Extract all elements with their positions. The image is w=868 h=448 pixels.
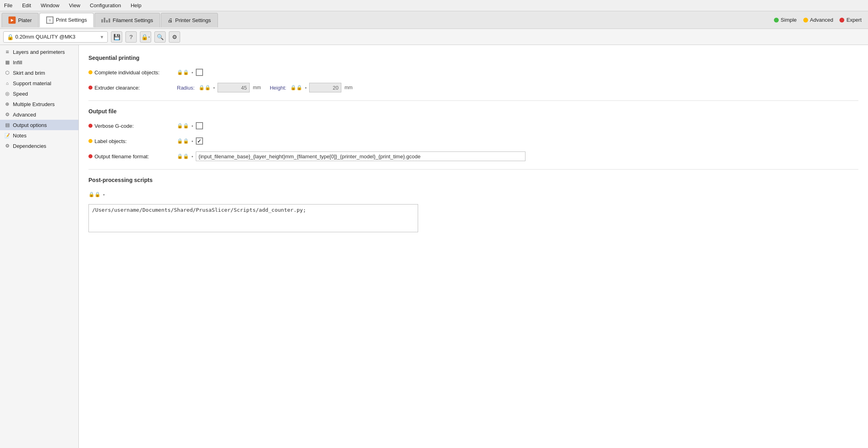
tab-printer-settings[interactable]: Printer Settings [161,13,218,27]
lock-bullet: ● [148,35,150,38]
menu-bar: File Edit Window View Configuration Help [0,0,868,11]
plater-icon [8,16,16,24]
sidebar-label-skirt-and-brim: Skirt and brim [13,70,45,76]
verbose-gcode-lock: 🔒 [177,123,189,129]
search-button[interactable]: 🔍 [154,31,166,43]
tab-print-settings[interactable]: Print Settings [39,13,94,27]
radius-input[interactable] [218,83,250,92]
label-objects-checkbox[interactable] [196,137,203,145]
tab-bar: Plater Print Settings Filament Settings … [0,11,868,29]
tab-printer-settings-label: Printer Settings [175,17,211,23]
complete-individual-objects-dot [88,70,92,74]
mode-expert-label: Expert [846,17,862,23]
sidebar-label-dependencies: Dependencies [13,143,46,149]
mode-simple[interactable]: Simple [774,17,797,23]
output-filename-lock: 🔒 [177,153,189,159]
toolbar: 🔒 0.20mm QUALITY @MK3 ▼ 💾 ? 🔒 ● 🔍 ⚙ [0,29,868,45]
height-input[interactable] [309,83,341,92]
complete-individual-objects-controls: 🔒 ● [177,69,203,76]
radius-label: Radius: [177,85,195,91]
lock-button[interactable]: 🔒 ● [140,31,151,43]
verbose-gcode-controls: 🔒 ● [177,122,203,129]
output-filename-controls: 🔒 ● [177,151,525,161]
menu-view[interactable]: View [67,2,83,9]
sidebar-item-dependencies[interactable]: Dependencies [0,141,78,151]
tab-filament-settings[interactable]: Filament Settings [94,13,160,27]
sidebar-label-layers-and-perimeters: Layers and perimeters [13,49,65,55]
sidebar-item-advanced[interactable]: Advanced [0,109,78,120]
verbose-gcode-dot [88,124,92,128]
mode-advanced[interactable]: Advanced [803,17,833,23]
label-objects-bullet: ● [191,139,193,143]
post-processing-lock: 🔒 [88,192,101,197]
preset-lock-icon: 🔒 [7,34,14,40]
preset-value: 0.20mm QUALITY @MK3 [15,34,76,40]
menu-help[interactable]: Help [128,2,144,9]
sidebar-label-multiple-extruders: Multiple Extruders [13,101,55,107]
search-icon: 🔍 [157,34,164,40]
help-button[interactable]: ? [125,31,137,43]
output-filename-input[interactable] [196,151,525,161]
sidebar: Layers and perimeters Infill Skirt and b… [0,45,79,448]
verbose-gcode-label: Verbose G-code: [88,123,177,129]
height-label: Height: [270,85,286,91]
sidebar-item-infill[interactable]: Infill [0,57,78,68]
mode-expert[interactable]: Expert [839,17,862,23]
extruder-clearance-text: Extruder clearance: [94,85,140,91]
sidebar-item-skirt-and-brim[interactable]: Skirt and brim [0,68,78,78]
label-objects-lock: 🔒 [177,138,189,144]
complete-individual-objects-bullet: ● [191,71,193,74]
sidebar-item-multiple-extruders[interactable]: Multiple Extruders [0,99,78,109]
menu-edit[interactable]: Edit [20,2,33,9]
label-objects-row: Label objects: 🔒 ● [88,135,858,147]
output-filename-bullet: ● [191,155,193,158]
output-file-title: Output file [88,108,858,115]
complete-individual-objects-label: Complete individual objects: [88,70,177,76]
sidebar-label-support-material: Support material [13,80,51,86]
radius-lock: 🔒 [199,85,211,90]
divider-2 [88,169,858,170]
sidebar-item-notes[interactable]: Notes [0,130,78,141]
expert-dot [839,18,844,23]
tab-plater[interactable]: Plater [2,13,39,27]
verbose-gcode-checkbox[interactable] [196,122,203,129]
extruder-clearance-label: Extruder clearance: [88,85,177,91]
post-processing-lock-row: 🔒 ● [88,189,858,200]
menu-file[interactable]: File [2,2,15,9]
save-button[interactable]: 💾 [111,31,122,43]
layers-icon [4,49,10,55]
tab-filament-settings-label: Filament Settings [113,17,153,23]
print-settings-icon [46,16,53,24]
verbose-gcode-text: Verbose G-code: [94,123,134,129]
output-filename-text: Output filename format: [94,153,149,160]
save-icon: 💾 [113,34,120,40]
menu-window[interactable]: Window [38,2,62,9]
verbose-gcode-row: Verbose G-code: 🔒 ● [88,120,858,131]
sidebar-item-speed[interactable]: Speed [0,88,78,99]
complete-individual-objects-text: Complete individual objects: [94,70,160,76]
menu-configuration[interactable]: Configuration [88,2,123,9]
preset-selector[interactable]: 🔒 0.20mm QUALITY @MK3 ▼ [3,31,108,43]
sidebar-label-output-options: Output options [13,122,47,128]
sidebar-label-speed: Speed [13,91,28,97]
extruder-clearance-row: Extruder clearance: Radius: 🔒 ● mm Heigh… [88,82,858,93]
content-area: Sequential printing Complete individual … [79,45,868,448]
sidebar-item-layers-and-perimeters[interactable]: Layers and perimeters [0,47,78,57]
label-objects-text: Label objects: [94,138,127,144]
main-layout: Layers and perimeters Infill Skirt and b… [0,45,868,448]
help-icon: ? [129,33,133,40]
sidebar-item-output-options[interactable]: Output options [0,120,78,130]
complete-individual-objects-checkbox[interactable] [196,69,203,76]
radius-unit: mm [253,85,261,90]
post-processing-lock-controls: 🔒 ● [88,192,105,197]
config-button[interactable]: ⚙ [169,31,180,43]
label-objects-label: Label objects: [88,138,177,144]
speed-icon [4,90,10,97]
mode-advanced-label: Advanced [810,17,833,23]
preset-dropdown-icon: ▼ [100,35,104,39]
mode-simple-label: Simple [781,17,797,23]
sidebar-item-support-material[interactable]: Support material [0,78,78,88]
divider-1 [88,100,858,101]
post-processing-script-textarea[interactable] [88,204,418,232]
dependencies-icon [4,143,10,149]
